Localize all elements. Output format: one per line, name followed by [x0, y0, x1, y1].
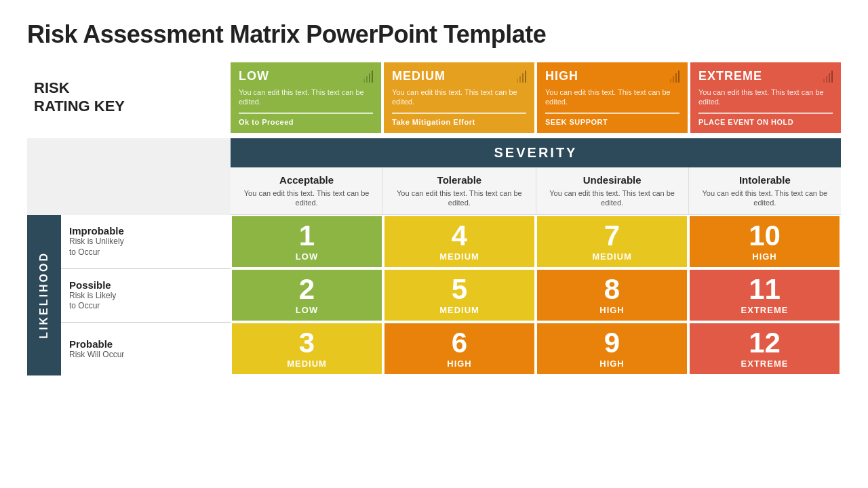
grid-cell-0-1: 4 MEDIUM [383, 215, 536, 268]
bar-chart-icon [363, 70, 373, 83]
grid-body: 1 LOW 4 MEDIUM 7 MEDIUM 10 HIGH 2 LOW 5 … [231, 215, 841, 375]
cell-number-1-3: 11 [749, 275, 781, 304]
row-labels-col: Improbable Risk is Unlikelyto Occur Poss… [61, 215, 231, 375]
cell-number-2-2: 9 [604, 329, 620, 357]
rating-card-action-low: Ok to Proceed [239, 118, 373, 126]
rating-card-action-extreme: PLACE EVENT ON HOLD [698, 118, 833, 126]
severity-subheaders: Acceptable You can edit this text. This … [231, 167, 841, 216]
cell-label-0-0: LOW [296, 251, 318, 262]
cell-number-0-1: 4 [452, 222, 467, 250]
grid-row-1: 2 LOW 5 MEDIUM 8 HIGH 11 EXTREME [231, 268, 841, 322]
grid-cell-2-2: 9 HIGH [536, 322, 688, 375]
rating-card-title-extreme: EXTREME [698, 69, 762, 83]
rating-card-header: HIGH [545, 69, 679, 83]
cell-label-1-0: LOW [296, 305, 318, 315]
grid-cell-1-2: 8 HIGH [536, 268, 688, 322]
page-title: Risk Assessment Matrix PowerPoint Templa… [27, 20, 841, 49]
rating-key-row: RISK RATING KEY LOW You can edit this te… [27, 62, 841, 133]
rating-card-title-low: LOW [239, 69, 269, 83]
cell-number-2-0: 3 [299, 329, 315, 357]
cell-number-2-1: 6 [452, 329, 467, 357]
cell-label-0-3: HIGH [752, 251, 777, 262]
cell-number-0-0: 1 [299, 222, 315, 250]
full-matrix: SEVERITY Acceptable You can edit this te… [27, 138, 841, 376]
cell-number-0-2: 7 [604, 222, 620, 250]
matrix-right-top: SEVERITY Acceptable You can edit this te… [231, 138, 841, 216]
cell-label-2-3: EXTREME [741, 359, 789, 369]
rating-card-desc-high: You can edit this text. This text can be… [545, 87, 679, 107]
row-label-desc-2: Risk Will Occur [69, 350, 124, 361]
sev-col-title-2: Undesirable [542, 174, 683, 186]
cell-label-2-0: MEDIUM [287, 359, 327, 369]
row-label-title-1: Possible [69, 279, 111, 291]
bar-chart-icon [670, 70, 679, 83]
cell-number-1-0: 2 [299, 275, 315, 304]
rating-card-desc-low: You can edit this text. This text can be… [239, 87, 373, 107]
rating-card-title-high: HIGH [545, 69, 578, 83]
rating-card-action-high: SEEK SUPPORT [545, 118, 679, 126]
grid-cell-0-2: 7 MEDIUM [536, 215, 688, 268]
rating-card-desc-medium: You can edit this text. This text can be… [392, 87, 526, 107]
row-label-1: Possible Risk is Likelyto Occur [61, 269, 231, 323]
rating-card-desc-extreme: You can edit this text. This text can be… [698, 87, 833, 107]
row-label-0: Improbable Risk is Unlikelyto Occur [61, 215, 231, 268]
rating-card-divider [698, 113, 833, 114]
matrix-section: LIKELIHOOD Improbable Risk is Unlikelyto… [27, 215, 841, 375]
severity-col-1: Tolerable You can edit this text. This t… [383, 167, 536, 215]
grid-cell-1-1: 5 MEDIUM [383, 268, 536, 322]
severity-header: SEVERITY [231, 138, 841, 167]
rating-card-action-medium: Take Mitigation Effort [392, 118, 526, 126]
rating-key-label-text: RISK RATING KEY [34, 79, 125, 115]
bar-chart-icon [517, 70, 526, 83]
sev-col-title-3: Intolerable [694, 174, 835, 186]
rating-card-header: MEDIUM [392, 69, 526, 83]
sev-col-desc-1: You can edit this text. This text can be… [389, 188, 530, 208]
likelihood-label-col: LIKELIHOOD [27, 215, 61, 375]
severity-col-0: Acceptable You can edit this text. This … [231, 167, 383, 215]
cell-label-2-2: HIGH [599, 359, 625, 369]
rating-card-high: HIGH You can edit this text. This text c… [537, 62, 688, 133]
grid-cell-0-3: 10 HIGH [688, 215, 841, 268]
row-label-desc-1: Risk is Likelyto Occur [69, 291, 116, 312]
grid-cell-0-0: 1 LOW [231, 215, 383, 268]
cell-label-1-3: EXTREME [741, 305, 789, 315]
cell-number-1-1: 5 [452, 275, 467, 304]
cell-number-1-2: 8 [604, 275, 620, 304]
severity-col-2: Undesirable You can edit this text. This… [536, 167, 689, 215]
likelihood-label-text: LIKELIHOOD [38, 251, 50, 339]
row-label-desc-0: Risk is Unlikelyto Occur [69, 237, 124, 258]
cell-number-0-3: 10 [749, 222, 781, 250]
grid-cell-2-0: 3 MEDIUM [231, 322, 383, 375]
grid-cell-2-1: 6 HIGH [383, 322, 536, 375]
cell-number-2-3: 12 [749, 329, 781, 357]
grid-row-0: 1 LOW 4 MEDIUM 7 MEDIUM 10 HIGH [231, 215, 841, 268]
matrix-top-left-empty [27, 138, 231, 216]
cell-label-1-1: MEDIUM [439, 305, 479, 315]
sev-col-desc-0: You can edit this text. This text can be… [236, 188, 377, 208]
cell-label-0-2: MEDIUM [592, 251, 632, 262]
rating-card-divider [545, 113, 679, 114]
bar-chart-icon [823, 70, 833, 83]
sev-col-title-1: Tolerable [389, 174, 530, 186]
sev-col-desc-2: You can edit this text. This text can be… [542, 188, 683, 208]
cell-label-2-1: HIGH [447, 359, 472, 369]
grid-cell-1-0: 2 LOW [231, 268, 383, 322]
row-label-title-2: Probable [69, 338, 113, 350]
right-section: 1 LOW 4 MEDIUM 7 MEDIUM 10 HIGH 2 LOW 5 … [231, 215, 841, 375]
row-label-title-0: Improbable [69, 225, 124, 237]
rating-key-label: RISK RATING KEY [27, 62, 231, 133]
rating-card-header: EXTREME [698, 69, 833, 83]
matrix-top-row: SEVERITY Acceptable You can edit this te… [27, 138, 841, 216]
rating-card-divider [239, 113, 373, 114]
row-label-2: Probable Risk Will Occur [61, 323, 231, 375]
rating-card-medium: MEDIUM You can edit this text. This text… [384, 62, 534, 133]
grid-row-2: 3 MEDIUM 6 HIGH 9 HIGH 12 EXTREME [231, 322, 841, 375]
sev-col-desc-3: You can edit this text. This text can be… [694, 188, 835, 208]
rating-card-header: LOW [239, 69, 373, 83]
rating-card-divider [392, 113, 526, 114]
sev-col-title-0: Acceptable [236, 174, 377, 186]
rating-cards: LOW You can edit this text. This text ca… [231, 62, 841, 133]
rating-card-extreme: EXTREME You can edit this text. This tex… [690, 62, 841, 133]
rating-card-title-medium: MEDIUM [392, 69, 446, 83]
left-section: LIKELIHOOD Improbable Risk is Unlikelyto… [27, 215, 231, 375]
